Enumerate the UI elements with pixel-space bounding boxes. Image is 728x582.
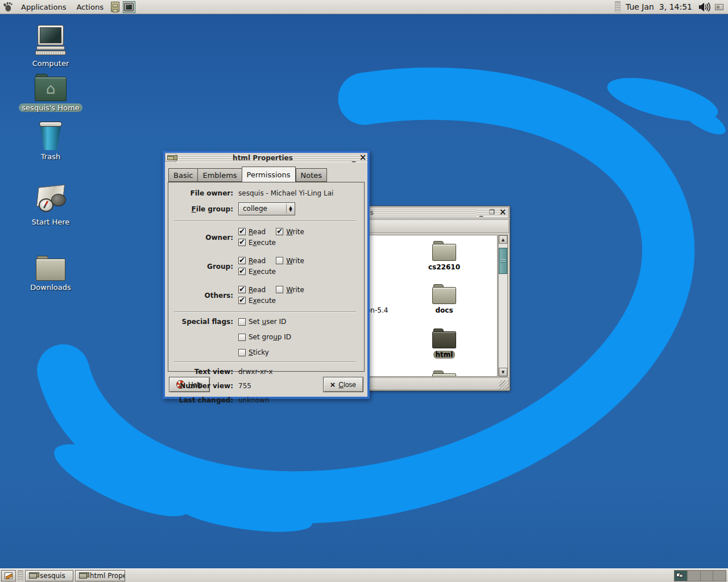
permissions-tab-page: File owner: sesquis - Michael Yi-Ling La… [168, 182, 365, 372]
workspace-1[interactable] [675, 571, 688, 581]
desktop-icon-start-here[interactable]: Start Here [19, 186, 82, 227]
trash-icon [38, 122, 63, 150]
folder-item[interactable]: docs [420, 284, 469, 315]
file-manager-launcher[interactable] [109, 1, 122, 13]
file-group-value: college [239, 203, 286, 215]
tab-basic[interactable]: Basic [168, 168, 197, 182]
workspace-3[interactable] [701, 571, 714, 581]
folder-icon [432, 371, 456, 377]
number-view-value: 755 [238, 382, 357, 390]
desktop-icon-label: Computer [30, 59, 72, 68]
home-folder-icon: ⌂ [35, 74, 67, 101]
scroll-down-button[interactable]: ▼ [499, 368, 507, 376]
group-read-checkbox[interactable] [238, 257, 246, 264]
close-icon[interactable]: × [358, 153, 367, 162]
owner-read-checkbox[interactable] [238, 228, 246, 235]
terminal-icon [124, 3, 134, 11]
desktop-icon-trash[interactable]: Trash [19, 122, 82, 161]
special-flags-label: Special flags: [173, 318, 233, 326]
sticky-checkbox[interactable] [238, 349, 246, 356]
bottom-panel: sesquis html Prope [0, 568, 728, 582]
folder-item[interactable]: cs22610 [420, 241, 469, 272]
tab-notes[interactable]: Notes [296, 168, 328, 182]
desktop-icon-label: sesquis's Home [19, 103, 82, 112]
set-user-id-checkbox[interactable] [238, 318, 246, 326]
last-changed-label: Last changed: [173, 396, 233, 404]
number-view-label: Number view: [173, 382, 233, 390]
folder-icon [432, 284, 456, 304]
panel-drag-handle[interactable] [18, 570, 23, 581]
folder-label: html [433, 351, 456, 359]
desktop-icon-label: Downloads [27, 283, 73, 292]
desktop-icon-label: Start Here [29, 218, 73, 226]
task-button-sesquis[interactable]: sesquis [25, 570, 73, 581]
folder-icon [79, 572, 87, 579]
tab-bar: Basic Emblems Permissions Notes [165, 163, 367, 182]
desktop-icon-home[interactable]: ⌂ sesquis's Home [19, 74, 82, 113]
others-row-label: Others: [173, 292, 233, 300]
task-button-html-properties[interactable]: html Prope [75, 570, 125, 581]
terminal-launcher[interactable] [123, 1, 135, 13]
owner-write-checkbox[interactable] [276, 228, 283, 235]
scroll-up-button[interactable]: ▲ [499, 235, 507, 244]
volume-speaker-icon[interactable] [698, 1, 712, 13]
clock-applet[interactable]: Tue Jan 3, 14:51 [622, 2, 696, 11]
folder-item-partial[interactable] [420, 371, 469, 377]
folder-item-selected[interactable]: html [420, 329, 469, 359]
others-write-checkbox[interactable] [276, 286, 283, 293]
tab-emblems[interactable]: Emblems [197, 168, 241, 182]
gnome-foot-icon[interactable] [3, 2, 13, 12]
workspace-4[interactable] [713, 571, 726, 581]
panel-drag-handle[interactable] [615, 1, 621, 13]
scrollbar-thumb[interactable] [499, 248, 507, 274]
separator [174, 361, 356, 363]
applications-menu[interactable]: Applications [16, 1, 71, 13]
folder-icon [29, 572, 37, 579]
computer-icon [35, 25, 66, 57]
file-owner-value: sesquis - Michael Yi-Ling Lai [238, 189, 357, 197]
top-panel: Applications Actions Tue Jan 3, 14:51 [0, 0, 728, 14]
maximize-button[interactable]: ❐ [487, 208, 497, 217]
separator [174, 221, 356, 222]
workspace-switcher[interactable] [674, 570, 726, 581]
folder-icon-selected [432, 329, 456, 348]
show-desktop-icon [5, 572, 13, 579]
owner-execute-checkbox[interactable] [238, 239, 246, 246]
group-write-checkbox[interactable] [276, 257, 283, 264]
minimize-button[interactable]: _ [349, 153, 358, 162]
others-execute-checkbox[interactable] [238, 297, 246, 304]
minimize-button[interactable]: _ [477, 208, 486, 217]
tab-permissions[interactable]: Permissions [242, 167, 296, 182]
properties-dialog: html Properties _ × Basic Emblems Permis… [163, 151, 370, 399]
group-row-label: Group: [173, 263, 233, 271]
desktop-icon-downloads[interactable]: Downloads [19, 256, 82, 292]
compass-map-icon [34, 186, 67, 215]
workspace-2[interactable] [688, 571, 701, 581]
resize-grip[interactable] [499, 380, 508, 389]
group-execute-checkbox[interactable] [238, 268, 246, 275]
spinner-arrows-icon: ▲▼ [287, 203, 295, 215]
text-view-value: drwxr-xr-x [238, 368, 357, 376]
file-group-label: File group: [173, 205, 233, 213]
set-group-id-checkbox[interactable] [238, 334, 246, 341]
close-button[interactable]: × [498, 208, 507, 217]
desktop-icon-computer[interactable]: Computer [19, 25, 82, 68]
file-cabinet-icon [111, 2, 119, 12]
folder-label: cs22610 [426, 263, 462, 271]
folder-label: docs [433, 306, 455, 314]
text-view-label: Text view: [173, 368, 233, 376]
dialog-titlebar[interactable]: html Properties _ × [165, 153, 367, 163]
file-group-dropdown[interactable]: college ▲▼ [238, 202, 295, 215]
folder-icon [36, 256, 65, 281]
others-read-checkbox[interactable] [238, 286, 246, 293]
dialog-title: html Properties [176, 154, 349, 162]
actions-menu[interactable]: Actions [71, 1, 109, 13]
separator [174, 311, 356, 313]
folder-icon [432, 241, 456, 261]
file-owner-label: File owner: [173, 189, 233, 197]
vertical-scrollbar[interactable]: ▲ ▼ [498, 235, 508, 377]
tray-icon[interactable] [715, 4, 723, 10]
window-icon [165, 153, 176, 162]
desktop-icon-label: Trash [38, 152, 63, 161]
show-desktop-button[interactable] [1, 570, 16, 581]
